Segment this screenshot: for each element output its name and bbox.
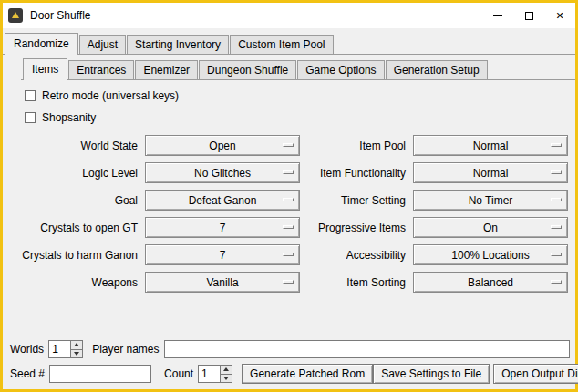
dropdown-indicator-icon xyxy=(283,198,294,201)
tab-entrances[interactable]: Entrances xyxy=(68,60,134,79)
seed-row: Seed # Count Generate Patched Rom Save S… xyxy=(10,364,570,384)
worlds-input[interactable] xyxy=(48,340,70,358)
app-icon xyxy=(8,8,23,23)
footer: Worlds Player names Seed # Count xyxy=(3,335,575,389)
items-tab-page: Retro mode (universal keys) Shopsanity W… xyxy=(3,80,575,335)
shopsanity-row: Shopsanity xyxy=(25,111,570,124)
count-spinner xyxy=(198,365,232,383)
weapons-dropdown[interactable]: Vanilla xyxy=(145,272,300,293)
timer-setting-value: No Timer xyxy=(469,194,513,207)
spin-down-icon xyxy=(74,352,79,356)
worlds-spinner xyxy=(48,340,83,358)
minimize-button[interactable] xyxy=(482,3,513,28)
goal-dropdown[interactable]: Defeat Ganon xyxy=(145,190,300,211)
item-sorting-value: Balanced xyxy=(468,276,513,289)
item-pool-dropdown[interactable]: Normal xyxy=(413,135,568,156)
main-tab-bar: Randomize Adjust Starting Inventory Cust… xyxy=(3,32,575,55)
title-bar[interactable]: Door Shuffle ✕ xyxy=(3,3,575,28)
settings-grid: World State Open Item Pool Normal Logic … xyxy=(12,135,570,293)
open-output-directory-button[interactable]: Open Output Directory xyxy=(493,364,578,384)
tab-randomize[interactable]: Randomize xyxy=(5,33,78,55)
worlds-spin-buttons xyxy=(70,340,83,358)
item-functionality-dropdown[interactable]: Normal xyxy=(413,162,568,183)
crystals-ganon-dropdown[interactable]: 7 xyxy=(145,244,300,265)
dropdown-indicator-icon xyxy=(283,280,294,284)
count-spin-buttons xyxy=(220,365,232,383)
item-pool-label: Item Pool xyxy=(305,139,408,152)
item-sorting-label: Item Sorting xyxy=(305,276,408,289)
close-button[interactable]: ✕ xyxy=(544,3,575,28)
window-title: Door Shuffle xyxy=(30,9,482,22)
crystals-ganon-value: 7 xyxy=(220,249,226,262)
dropdown-indicator-icon xyxy=(551,198,562,201)
progressive-items-dropdown[interactable]: On xyxy=(413,217,568,238)
retro-mode-checkbox[interactable] xyxy=(25,90,36,101)
logic-level-label: Logic Level xyxy=(12,167,139,180)
goal-value: Defeat Ganon xyxy=(189,194,257,207)
retro-mode-label: Retro mode (universal keys) xyxy=(42,89,179,102)
dropdown-indicator-icon xyxy=(551,225,562,229)
logic-level-value: No Glitches xyxy=(194,167,251,180)
item-functionality-value: Normal xyxy=(473,167,509,180)
close-icon: ✕ xyxy=(555,11,563,21)
tab-generation-setup[interactable]: Generation Setup xyxy=(386,60,488,79)
save-settings-button[interactable]: Save Settings to File xyxy=(373,364,490,384)
spin-up-icon xyxy=(74,343,79,346)
maximize-button[interactable] xyxy=(513,3,544,28)
tab-dungeon-shuffle[interactable]: Dungeon Shuffle xyxy=(199,60,296,79)
worlds-spin-up[interactable] xyxy=(70,340,83,350)
crystals-ganon-label: Crystals to harm Ganon xyxy=(12,249,139,262)
goal-label: Goal xyxy=(12,194,139,207)
crystals-gt-value: 7 xyxy=(220,222,226,234)
tab-custom-item-pool[interactable]: Custom Item Pool xyxy=(230,35,333,54)
tab-game-options[interactable]: Game Options xyxy=(297,60,384,79)
timer-setting-dropdown[interactable]: No Timer xyxy=(413,190,568,211)
progressive-items-label: Progressive Items xyxy=(305,222,408,234)
seed-label: Seed # xyxy=(10,367,45,380)
spin-down-icon xyxy=(223,377,229,380)
crystals-gt-dropdown[interactable]: 7 xyxy=(145,217,300,238)
generate-patched-rom-button[interactable]: Generate Patched Rom xyxy=(242,364,373,384)
count-spin-up[interactable] xyxy=(220,365,232,375)
dropdown-indicator-icon xyxy=(551,170,562,174)
tab-adjust[interactable]: Adjust xyxy=(79,35,126,54)
tab-items[interactable]: Items xyxy=(23,58,67,80)
tab-enemizer[interactable]: Enemizer xyxy=(135,60,198,79)
spin-up-icon xyxy=(223,367,229,371)
retro-mode-row: Retro mode (universal keys) xyxy=(25,89,570,102)
progressive-items-value: On xyxy=(483,222,498,234)
timer-setting-label: Timer Setting xyxy=(305,194,408,207)
count-input[interactable] xyxy=(198,365,220,383)
logic-level-dropdown[interactable]: No Glitches xyxy=(145,162,300,183)
worlds-row: Worlds Player names xyxy=(10,340,570,358)
worlds-label: Worlds xyxy=(10,343,44,356)
door-shuffle-window: Door Shuffle ✕ Randomize Adjust Starting… xyxy=(0,0,578,392)
count-spin-down[interactable] xyxy=(220,375,232,384)
player-names-input[interactable] xyxy=(164,340,571,358)
item-sorting-dropdown[interactable]: Balanced xyxy=(413,272,568,293)
world-state-value: Open xyxy=(209,139,235,152)
item-functionality-label: Item Functionality xyxy=(305,167,408,180)
maximize-icon xyxy=(525,12,533,20)
crystals-gt-label: Crystals to open GT xyxy=(12,222,139,234)
worlds-spin-down[interactable] xyxy=(70,350,83,359)
accessibility-value: 100% Locations xyxy=(451,249,529,262)
accessibility-label: Accessibility xyxy=(305,249,408,262)
world-state-dropdown[interactable]: Open xyxy=(145,135,300,156)
accessibility-dropdown[interactable]: 100% Locations xyxy=(413,244,568,265)
item-pool-value: Normal xyxy=(473,139,509,152)
seed-input[interactable] xyxy=(49,365,151,383)
dropdown-indicator-icon xyxy=(551,143,562,147)
tab-starting-inventory[interactable]: Starting Inventory xyxy=(127,35,229,54)
dropdown-indicator-icon xyxy=(283,143,294,147)
sub-tab-bar: Items Entrances Enemizer Dungeon Shuffle… xyxy=(21,57,575,80)
dropdown-indicator-icon xyxy=(283,225,294,229)
player-names-label: Player names xyxy=(92,343,159,356)
weapons-label: Weapons xyxy=(12,276,139,289)
minimize-icon xyxy=(493,15,502,16)
dropdown-indicator-icon xyxy=(283,253,294,256)
dropdown-indicator-icon xyxy=(551,253,562,256)
shopsanity-label: Shopsanity xyxy=(42,111,96,124)
count-label: Count xyxy=(164,367,193,380)
shopsanity-checkbox[interactable] xyxy=(25,112,36,123)
